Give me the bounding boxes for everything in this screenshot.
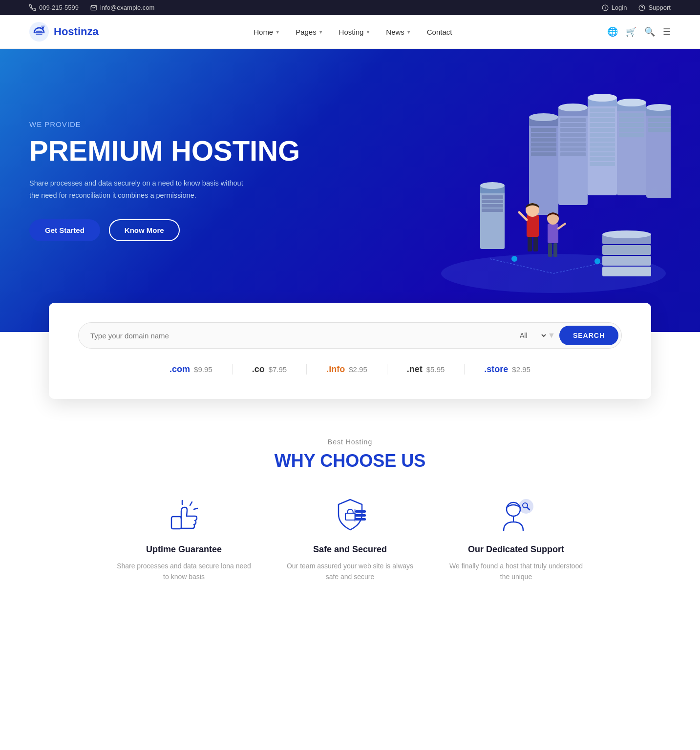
why-section: Best Hosting WHY CHOOSE US [0,399,700,612]
svg-rect-75 [527,215,539,237]
globe-icon[interactable]: 🌐 [607,26,618,37]
tld-store-name: .store [484,364,508,375]
search-button[interactable]: SEARCH [559,326,618,345]
svg-line-87 [194,508,197,509]
domain-section: All .com .net .org ▼ SEARCH .com $9.95 .… [49,303,651,399]
features-grid: Uptime Guarantee Share processes and dat… [106,496,594,583]
hero-illustration [417,68,671,312]
section-tag: Best Hosting [29,438,671,446]
svg-rect-34 [560,133,586,137]
topbar: 009-215-5599 info@example.com Login Supp… [0,0,700,15]
svg-rect-19 [590,123,615,127]
section-title: WHY CHOOSE US [29,451,671,471]
hosting-chevron-icon: ▼ [365,29,370,35]
svg-point-28 [588,94,617,102]
svg-rect-24 [590,147,615,151]
domain-select[interactable]: All .com .net .org [513,331,548,340]
search-icon[interactable]: 🔍 [644,26,655,37]
feature-uptime: Uptime Guarantee Share processes and dat… [116,496,253,583]
svg-rect-78 [533,237,538,251]
select-chevron-icon: ▼ [548,331,555,340]
svg-rect-36 [560,143,586,146]
svg-line-79 [519,212,527,220]
feature-security: Safe and Secured Our team assured your w… [282,496,419,583]
nav-news[interactable]: News ▼ [386,28,411,36]
nav-pages-label: Pages [296,28,317,36]
svg-point-12 [511,256,517,262]
tld-co[interactable]: .co $7.95 [233,364,307,375]
svg-rect-91 [355,514,366,517]
svg-rect-54 [619,128,644,132]
nav-home-label: Home [254,28,273,36]
svg-rect-68 [482,208,503,212]
tld-info-name: .info [326,364,345,375]
svg-rect-65 [482,195,503,199]
topbar-left: 009-215-5599 info@example.com [29,4,154,11]
section-title-part2: CHOOSE US [320,451,425,471]
nav-hosting[interactable]: Hosting ▼ [339,28,371,36]
svg-rect-27 [590,162,615,166]
hero-section: WE PROVIDE PREMIUM HOSTING Share process… [0,49,700,332]
tld-net[interactable]: .net $5.95 [387,364,465,375]
nav-home[interactable]: Home ▼ [254,28,280,36]
svg-rect-66 [482,200,503,203]
svg-rect-59 [648,118,671,122]
menu-icon[interactable]: ☰ [663,26,671,37]
tld-store-price: $2.95 [512,365,530,374]
svg-rect-35 [560,138,586,142]
logo[interactable]: Hostinza [29,22,99,42]
tld-co-price: $7.95 [269,365,287,374]
phone-info: 009-215-5599 [29,4,79,11]
feature-support: Our Dedicated Support We finally found a… [448,496,585,583]
feature-support-title: Our Dedicated Support [448,544,585,555]
get-started-button[interactable]: Get Started [29,219,100,241]
tld-info[interactable]: .info $2.95 [307,364,387,375]
shield-icon [331,496,370,535]
svg-rect-20 [590,128,615,132]
svg-rect-43 [531,133,556,137]
domain-input[interactable] [90,332,513,340]
svg-rect-93 [354,509,356,521]
know-more-button[interactable]: Know More [109,219,180,241]
svg-point-56 [617,99,646,106]
svg-rect-51 [619,113,644,117]
svg-rect-55 [619,133,644,137]
feature-uptime-desc: Share processes and data secure lona nee… [116,561,253,583]
domain-search-bar: All .com .net .org ▼ SEARCH [78,322,622,349]
svg-rect-77 [528,237,532,251]
svg-rect-33 [560,128,586,132]
email-address: info@example.com [100,4,154,11]
nav-contact-label: Contact [427,28,452,36]
svg-rect-83 [553,243,557,257]
svg-point-48 [529,113,558,121]
svg-rect-92 [355,518,366,521]
hero-title: PREMIUM HOSTING [29,135,300,167]
svg-point-39 [558,104,588,111]
svg-point-74 [602,230,651,238]
svg-rect-42 [531,128,556,132]
svg-rect-37 [560,147,586,151]
nav-hosting-label: Hosting [339,28,364,36]
nav-pages[interactable]: Pages ▼ [296,28,323,36]
cart-icon[interactable]: 🛒 [626,26,636,37]
hero-buttons: Get Started Know More [29,219,300,241]
support-link[interactable]: Support [638,4,671,11]
svg-rect-61 [648,128,671,132]
svg-rect-38 [560,152,586,156]
hero-subtitle: WE PROVIDE [29,120,300,128]
section-title-part1: WHY [275,451,320,471]
support-agent-icon [497,496,536,535]
tld-store[interactable]: .store $2.95 [465,364,550,375]
logo-text: Hostinza [54,25,99,38]
svg-rect-26 [590,157,615,161]
pages-chevron-icon: ▼ [318,29,323,35]
svg-point-13 [594,258,600,264]
svg-point-69 [480,182,505,189]
nav-contact[interactable]: Contact [427,28,452,36]
home-chevron-icon: ▼ [275,29,280,35]
svg-point-5 [42,27,44,29]
tld-co-name: .co [252,364,265,375]
tld-com[interactable]: .com $9.95 [150,364,233,375]
topbar-right: Login Support [602,4,671,11]
login-link[interactable]: Login [602,4,627,11]
